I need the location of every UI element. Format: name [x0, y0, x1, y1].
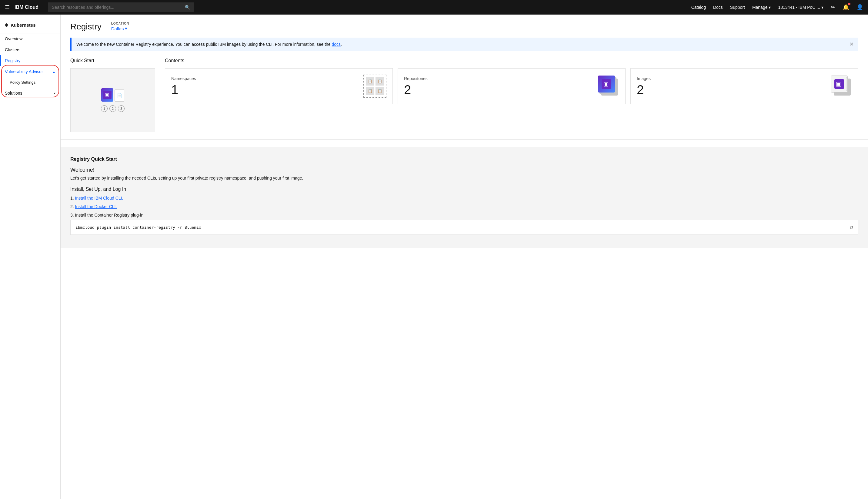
search-input[interactable] [52, 5, 183, 10]
sidebar-item-overview[interactable]: Overview [0, 33, 60, 44]
repositories-info: Repositories 2 [404, 76, 428, 96]
step-3-text: Install the Container Registry plug-in. [75, 212, 145, 218]
ns-cell-2: 📋 [376, 77, 384, 86]
images-card[interactable]: Images 2 [630, 68, 858, 104]
images-count: 2 [637, 83, 651, 96]
svg-text:▣: ▣ [836, 81, 842, 87]
namespaces-count: 1 [171, 83, 196, 96]
account-chevron-icon: ▾ [821, 5, 823, 10]
sidebar-overview-label: Overview [5, 36, 22, 41]
namespaces-card[interactable]: Namespaces 1 📋 📋 📋 📋 [165, 68, 393, 104]
lower-section: Registry Quick Start Welcome! Let's get … [61, 147, 868, 248]
repositories-icon: ▣ [598, 75, 619, 97]
welcome-text: Let's get started by installing the need… [70, 175, 858, 181]
banner-docs-link[interactable]: docs [332, 42, 341, 47]
manage-label: Manage [752, 5, 768, 10]
solutions-chevron-icon: ▾ [54, 92, 55, 95]
section-divider [61, 139, 868, 139]
namespaces-label: Namespaces [171, 76, 196, 81]
repo-layer-0: ▣ [598, 75, 615, 93]
main-content: Registry LOCATION Dallas ▾ Welcome to th… [61, 14, 868, 499]
qs-cube-icon: ▣ [101, 88, 113, 102]
brand-name: IBM Cloud [14, 4, 38, 10]
sidebar-item-vulnerability-advisor[interactable]: Vulnerability Advisor ▲ [0, 66, 60, 77]
repositories-card[interactable]: Repositories 2 [398, 68, 626, 104]
images-info: Images 2 [637, 76, 651, 96]
sidebar-registry-label: Registry [5, 58, 20, 63]
location-dropdown[interactable]: Dallas ▾ [111, 26, 129, 31]
quick-start-card[interactable]: ▣ 📄 1 2 3 [70, 68, 155, 132]
search-bar[interactable]: 🔍 [48, 2, 194, 12]
docs-link[interactable]: Docs [713, 5, 723, 10]
info-banner: Welcome to the new Container Registry ex… [70, 38, 858, 51]
code-text: ibmcloud plugin install container-regist… [75, 225, 845, 230]
banner-text: Welcome to the new Container Registry ex… [76, 42, 342, 47]
qs-step-2: 2 [110, 105, 116, 112]
sidebar-item-policy-settings[interactable]: Policy Settings [0, 77, 60, 88]
namespaces-icon: 📋 📋 📋 📋 [363, 75, 387, 98]
step-2-link[interactable]: Install the Docker CLI. [75, 204, 117, 209]
top-navigation: ☰ IBM Cloud 🔍 Catalog Docs Support Manag… [0, 0, 868, 14]
contents-title: Contents [165, 58, 858, 63]
location-label: LOCATION [111, 22, 129, 25]
contents-cards: Namespaces 1 📋 📋 📋 📋 Repos [165, 68, 858, 104]
support-link[interactable]: Support [730, 5, 745, 10]
code-block: ibmcloud plugin install container-regist… [70, 220, 858, 235]
location-chevron-icon: ▾ [125, 26, 127, 31]
contents-section: Contents Namespaces 1 📋 📋 📋 📋 [165, 58, 858, 132]
registry-quick-start-title: Registry Quick Start [70, 157, 858, 162]
quick-start-title: Quick Start [70, 58, 155, 63]
app-layout: ⎈ Kubernetes Overview Clusters Registry … [0, 14, 868, 499]
quick-start-illustration: ▣ 📄 1 2 3 [101, 88, 125, 112]
namespaces-info: Namespaces 1 [171, 76, 196, 96]
qs-doc-icon: 📄 [115, 89, 124, 102]
kubernetes-icon: ⎈ [5, 22, 8, 28]
img-layer-0: ▣ [831, 75, 848, 93]
repositories-label: Repositories [404, 76, 428, 81]
account-dropdown[interactable]: 1813441 - IBM PoC ... ▾ [778, 5, 823, 10]
va-chevron-icon: ▲ [52, 70, 55, 73]
qs-icons: ▣ 📄 [101, 88, 124, 102]
qs-steps: 1 2 3 [101, 105, 125, 112]
welcome-heading: Welcome! [70, 167, 858, 173]
qs-step-3: 3 [118, 105, 125, 112]
manage-chevron-icon: ▾ [769, 5, 771, 10]
vulnerability-advisor-group: Vulnerability Advisor ▲ Policy Settings [0, 66, 60, 88]
banner-close-button[interactable]: ✕ [850, 41, 854, 47]
page-title: Registry [70, 22, 102, 32]
sidebar-header: ⎈ Kubernetes [0, 17, 60, 33]
ns-cell-3: 📋 [366, 87, 374, 95]
copy-button[interactable]: ⧉ [850, 224, 853, 230]
search-icon: 🔍 [185, 5, 190, 10]
qs-step-1: 1 [101, 105, 108, 112]
sidebar-service-name: Kubernetes [11, 22, 36, 28]
sidebar-clusters-label: Clusters [5, 47, 20, 52]
sidebar-item-clusters[interactable]: Clusters [0, 44, 60, 55]
sidebar-item-solutions[interactable]: Solutions ▾ [0, 88, 60, 99]
sidebar-policy-label: Policy Settings [10, 80, 36, 85]
quick-start-section: Quick Start [70, 58, 155, 132]
catalog-link[interactable]: Catalog [691, 5, 706, 10]
sections-row: Quick Start [70, 58, 858, 132]
svg-text:▣: ▣ [104, 92, 109, 97]
step-2: 2. Install the Docker CLI. [70, 204, 858, 209]
notifications-button[interactable]: 🔔 [843, 4, 849, 11]
notification-badge [848, 3, 851, 5]
images-label: Images [637, 76, 651, 81]
location-block: LOCATION Dallas ▾ [111, 22, 129, 31]
manage-dropdown[interactable]: Manage ▾ [752, 5, 771, 10]
sidebar-solutions-label: Solutions [5, 91, 22, 96]
ns-cell-1: 📋 [366, 77, 374, 86]
menu-icon[interactable]: ☰ [5, 4, 10, 11]
page-header: Registry LOCATION Dallas ▾ [70, 22, 858, 32]
ns-cell-4: 📋 [376, 87, 384, 95]
sidebar-item-registry[interactable]: Registry [0, 55, 60, 66]
step-1: 1. Install the IBM Cloud CLI. [70, 196, 858, 200]
install-heading: Install, Set Up, and Log In [70, 186, 858, 192]
edit-button[interactable]: ✏ [831, 4, 835, 11]
step-1-link[interactable]: Install the IBM Cloud CLI. [75, 196, 123, 200]
step-3: 3. Install the Container Registry plug-i… [70, 212, 858, 235]
nav-links: Catalog Docs Support Manage ▾ 1813441 - … [691, 4, 863, 11]
svg-text:▣: ▣ [603, 81, 608, 87]
user-profile-button[interactable]: 👤 [856, 4, 863, 11]
